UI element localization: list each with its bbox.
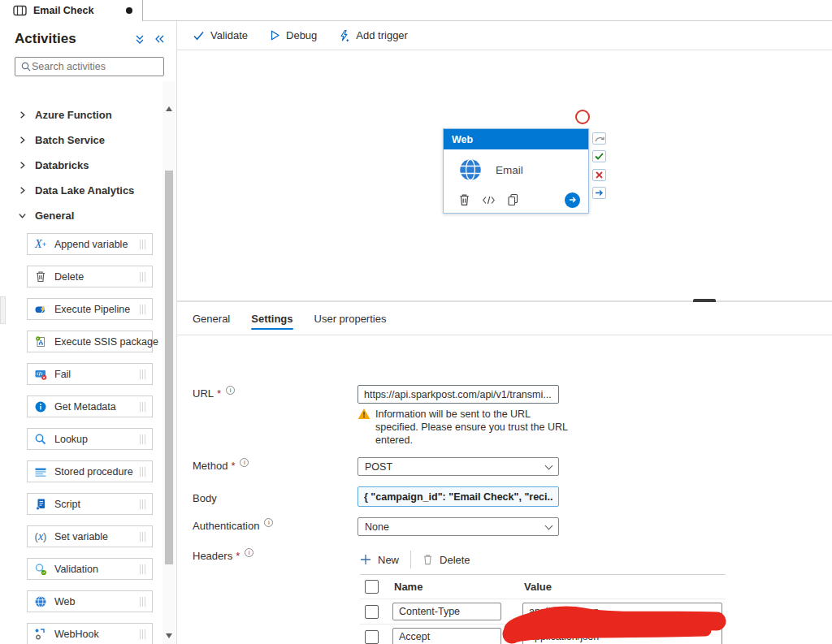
set-variable-icon: (x) (33, 530, 48, 543)
tab-email-check[interactable]: Email Check (8, 0, 143, 21)
activity-item-validation[interactable]: Validation (27, 558, 153, 580)
category-general[interactable]: General (0, 203, 162, 228)
chevron-right-icon (18, 110, 27, 119)
method-label: Method*i (193, 460, 249, 472)
activity-item-script[interactable]: Script (27, 493, 153, 515)
pipeline-icon (13, 5, 27, 16)
drag-handle (140, 629, 141, 639)
drag-handle (140, 499, 141, 509)
drag-handle (140, 597, 141, 607)
info-icon: i (245, 548, 254, 557)
header-name-input[interactable] (392, 603, 501, 620)
script-icon (33, 498, 48, 511)
header-value-input[interactable] (522, 628, 722, 644)
select-all-checkbox[interactable] (365, 580, 379, 594)
failure-port-icon[interactable] (592, 169, 606, 181)
value-column-header: Value (524, 581, 552, 593)
activity-item-execute-ssis-package[interactable]: Execute SSIS package (27, 331, 153, 352)
success-port-icon[interactable] (592, 150, 606, 162)
connector-arrow-icon[interactable] (565, 192, 580, 208)
tab-settings[interactable]: Settings (251, 302, 292, 335)
left-panel-toggle[interactable] (0, 296, 6, 324)
drag-handle (140, 305, 141, 314)
activity-item-get-metadata[interactable]: Get Metadata (27, 395, 153, 417)
row-checkbox[interactable] (365, 630, 379, 644)
row-checkbox[interactable] (365, 605, 379, 619)
name-column-header: Name (394, 581, 503, 593)
stored-procedure-icon (33, 465, 48, 478)
web-icon (458, 158, 483, 182)
drag-handle (140, 402, 141, 412)
category-azure-function[interactable]: Azure Function (0, 102, 162, 128)
validate-button[interactable]: Validate (193, 29, 248, 41)
activity-item-set-variable[interactable]: (x) Set variable (27, 525, 153, 547)
activity-item-execute-pipeline[interactable]: Execute Pipeline (27, 298, 153, 320)
search-icon (20, 61, 32, 72)
url-label: URL*i (193, 387, 235, 400)
category-data-lake-analytics[interactable]: Data Lake Analytics (0, 178, 162, 203)
collapse-panel-icon[interactable] (154, 33, 165, 45)
drag-handle (140, 272, 141, 282)
search-input[interactable] (32, 61, 158, 72)
fail-icon (33, 368, 48, 381)
activity-item-delete[interactable]: Delete (27, 266, 153, 287)
header-value-input[interactable] (522, 603, 722, 620)
tab-general[interactable]: General (193, 302, 230, 335)
activity-item-stored-procedure[interactable]: Stored procedure (27, 460, 153, 482)
pipeline-canvas[interactable]: Web Email (177, 50, 832, 301)
code-icon[interactable] (482, 195, 496, 205)
divider (410, 551, 411, 568)
plus-icon (360, 554, 371, 565)
node-body: Email (444, 149, 588, 190)
scrollbar-thumb[interactable] (165, 171, 173, 564)
info-icon: i (264, 518, 273, 527)
category-batch-service[interactable]: Batch Service (0, 128, 162, 153)
clone-icon[interactable] (507, 193, 518, 206)
node-type-header: Web (444, 129, 588, 149)
drag-handle (140, 564, 141, 574)
chevron-right-icon (18, 136, 27, 145)
sidebar-scrollbar[interactable] (162, 81, 176, 644)
headers-label: Headers*i (193, 550, 254, 562)
skip-port-icon[interactable] (592, 132, 606, 145)
url-input[interactable] (358, 385, 559, 404)
delete-node-icon[interactable] (458, 193, 470, 206)
headers-table-header: Name Value (360, 574, 726, 599)
collapse-all-icon[interactable] (134, 33, 145, 45)
properties-tabs: General Settings User properties (177, 302, 832, 335)
authentication-label: Authenticationi (193, 520, 273, 532)
new-header-button[interactable]: New (360, 554, 399, 566)
body-label: Body (193, 492, 217, 504)
pipeline-toolbar: Validate Debug Add trigger (177, 21, 832, 50)
activity-item-fail[interactable]: Fail (27, 363, 153, 385)
properties-panel: General Settings User properties URL*i I… (177, 302, 832, 644)
scroll-down-icon[interactable] (162, 629, 176, 642)
chevron-down-icon (545, 521, 553, 529)
web-activity-node[interactable]: Web Email (443, 128, 589, 214)
authentication-dropdown[interactable]: None (358, 517, 559, 536)
app-root: Email Check Activities (0, 0, 832, 644)
append-variable-icon: X+ (33, 238, 48, 251)
chevron-down-icon (545, 461, 553, 469)
headers-table: Name Value (360, 574, 726, 644)
delete-header-button[interactable]: Delete (422, 554, 470, 566)
drag-handle (140, 467, 141, 477)
tab-user-properties[interactable]: User properties (314, 302, 387, 335)
body-input[interactable] (358, 486, 559, 507)
drag-handle (140, 434, 141, 444)
completion-port-icon[interactable] (592, 187, 606, 199)
node-toolbar (444, 190, 588, 213)
activity-item-webhook[interactable]: WebHook (27, 623, 153, 644)
debug-button[interactable]: Debug (269, 29, 317, 41)
add-trigger-button[interactable]: Add trigger (338, 29, 408, 42)
header-name-input[interactable] (392, 628, 501, 644)
lightning-plus-icon (338, 29, 350, 42)
category-databricks[interactable]: Databricks (0, 153, 162, 178)
get-metadata-icon (33, 400, 48, 413)
scroll-up-icon[interactable] (162, 102, 176, 115)
activity-item-lookup[interactable]: Lookup (27, 428, 153, 450)
method-dropdown[interactable]: POST (358, 457, 559, 476)
activity-item-web[interactable]: Web (27, 590, 153, 612)
activity-item-append-variable[interactable]: X+ Append variable (27, 233, 153, 255)
activities-search[interactable] (15, 57, 164, 76)
